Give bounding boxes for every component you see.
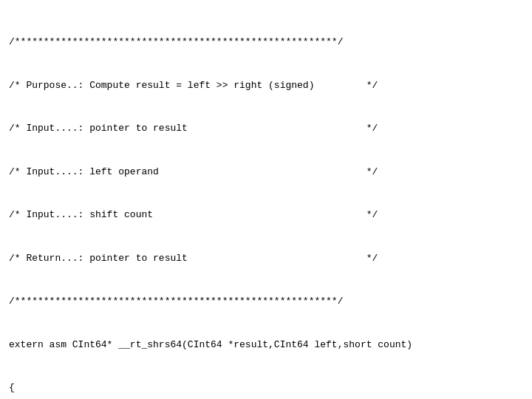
code-line-4: /* Input....: left operand */ [9,165,523,180]
code-line-7: /***************************************… [9,294,523,309]
code-line-9: { [9,381,523,395]
code-block: /***************************************… [0,0,532,399]
code-line-5: /* Input....: shift count */ [9,208,523,222]
code-line-3: /* Input....: pointer to result */ [9,121,523,136]
code-line-8: extern asm CInt64* __rt_shrs64(CInt64 *r… [9,338,523,352]
code-line-2: /* Purpose..: Compute result = left >> r… [9,78,523,93]
code-line-6: /* Return...: pointer to result */ [9,251,523,266]
code-line-1: /***************************************… [9,35,523,50]
